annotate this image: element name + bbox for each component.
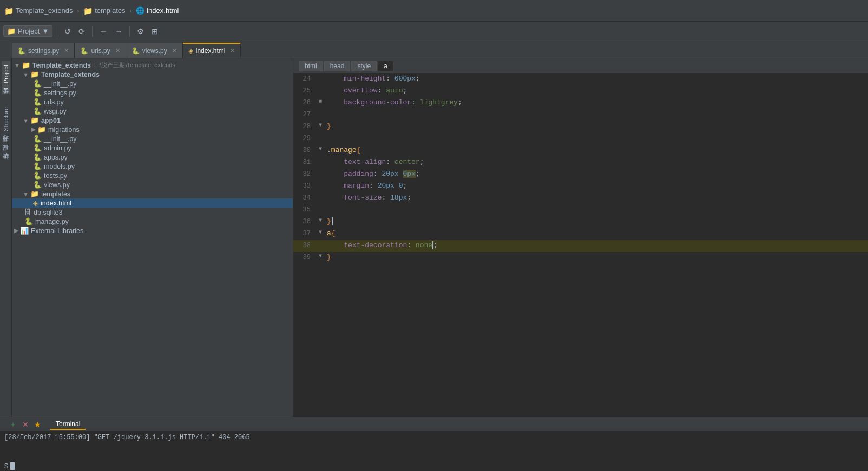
tree-label-templates: templates [41,190,70,198]
fold-39: ▼ [316,252,325,261]
tree-item-settings[interactable]: 🐍 settings.py [12,88,293,97]
arrow-root[interactable] [14,62,20,69]
tab-urls[interactable]: 🐍 urls.py ✕ [75,43,126,58]
layout-button[interactable]: ⊞ [149,25,161,37]
line-num-24: 24 [293,74,316,84]
tree-item-db[interactable]: 🗄 db.sqlite3 [12,208,293,217]
terminal-cursor [10,462,15,470]
tree-item-app01[interactable]: 📁 app01 [12,116,293,125]
tree-item-manage[interactable]: 🐍 manage.py [12,217,293,226]
py-icon-manage: 🐍 [24,217,33,225]
py-icon-apps: 🐍 [33,153,42,161]
settings-button[interactable]: ⚙ [134,25,147,37]
py-icon-init1: 🐍 [33,79,42,88]
code-text-26: background-color: lightgrey; [325,97,868,109]
breadcrumb-bar: 📁 Template_extends › 📁 templates › 🌐 ind… [0,0,868,22]
tab-close-urls[interactable]: ✕ [115,47,120,54]
breadcrumb-templates[interactable]: 📁 templates [83,6,125,15]
tree-item-views-app[interactable]: 🐍 views.py [12,180,293,189]
mini-tab-style[interactable]: style [351,61,377,71]
vtab-project[interactable]: 1: Project [2,61,10,94]
py-icon-models: 🐍 [33,162,42,170]
tree-item-init2[interactable]: 🐍 __init__.py [12,134,293,143]
tree-label-settings: settings.py [44,89,76,97]
project-panel: 📁 Template_extends E:\脱产三期\Template_exte… [12,58,293,417]
line-num-35: 35 [293,204,316,215]
code-text-30: .manage{ [325,145,868,156]
tree-label-db: db.sqlite3 [34,209,63,216]
back-button[interactable]: ← [97,25,110,37]
editor-area: html head style a 24 min-height: 600px; … [293,58,868,417]
editor-tabs: 🐍 settings.py ✕ 🐍 urls.py ✕ 🐍 views.py ✕… [0,41,868,58]
vtab-teacher[interactable]: 老师 [1,142,11,151]
arrow-app01[interactable] [23,117,29,124]
sync-button[interactable]: ⟳ [76,25,88,37]
terminal-tab-main[interactable]: Terminal [50,419,86,430]
tree-item-root[interactable]: 📁 Template_extends E:\脱产三期\Template_exte… [12,61,293,70]
tree-label-app01: app01 [41,117,61,124]
sidebar-vtabs: 1: Project 学生 7: Structure 老师 课程 班级 [0,58,12,417]
fold-37: ▼ [316,228,325,237]
tab-views[interactable]: 🐍 views.py ✕ [126,43,183,58]
tab-close-views[interactable]: ✕ [172,47,177,54]
breadcrumb-index-html[interactable]: 🌐 index.html [136,6,179,15]
mini-tab-a[interactable]: a [378,61,393,71]
tree-label-models: models.py [44,163,75,170]
tree-item-tests[interactable]: 🐍 tests.py [12,171,293,180]
code-line-27: 27 [293,109,868,121]
code-text-31: text-align: center; [325,157,868,168]
tree-item-urls[interactable]: 🐍 urls.py [12,97,293,107]
vtab-class[interactable]: 班级 [1,160,11,168]
py-icon-settings: 🐍 [17,47,25,55]
terminal-toolbar: ＋ ✕ ★ [4,418,46,431]
tab-close-index[interactable]: ✕ [230,47,235,54]
terminal-remove-button[interactable]: ✕ [21,420,30,429]
tree-item-index-html[interactable]: ◈ index.html [12,198,293,208]
code-line-39: 39 ▼ } [293,252,868,264]
tree-item-wsgi[interactable]: 🐍 wsgi.py [12,107,293,116]
refresh-button[interactable]: ↺ [62,25,74,37]
tab-index-html[interactable]: ◈ index.html ✕ [183,43,241,58]
toolbar-divider-2 [92,26,93,37]
forward-button[interactable]: → [112,25,125,37]
tree-item-extlibs[interactable]: 📊 External Libraries [12,226,293,235]
line-num-25: 25 [293,85,316,96]
tree-item-te[interactable]: 📁 Template_extends [12,70,293,79]
folder-icon-migrations: 📁 [37,125,46,134]
tree-label-manage: manage.py [35,218,69,225]
html-icon-index: ◈ [188,47,193,55]
vtab-student[interactable]: 学生 [1,94,11,103]
code-line-31: 31 text-align: center; [293,157,868,169]
tree-item-admin[interactable]: 🐍 admin.py [12,143,293,152]
arrow-migrations[interactable] [31,126,36,133]
code-line-24: 24 min-height: 600px; [293,74,868,85]
tree-item-models[interactable]: 🐍 models.py [12,162,293,171]
project-folder-icon: 📁 [7,27,16,35]
breadcrumb-sep-2: › [130,8,132,14]
mini-tab-html[interactable]: html [299,61,323,71]
dropdown-arrow-icon: ▼ [42,27,49,35]
terminal-add-button[interactable]: ＋ [8,419,18,430]
code-line-30: 30 ▼ .manage{ [293,145,868,157]
folder-icon: 📁 [4,6,14,15]
tree-item-templates[interactable]: 📁 templates [12,189,293,198]
tree-item-init1[interactable]: 🐍 __init__.py [12,79,293,88]
tree-item-migrations[interactable]: 📁 migrations [12,125,293,134]
arrow-te[interactable] [23,71,29,78]
terminal-input-line[interactable]: $ [0,461,868,471]
code-content[interactable]: 24 min-height: 600px; 25 overflow: auto;… [293,74,868,417]
tree-item-apps[interactable]: 🐍 apps.py [12,152,293,162]
tab-settings[interactable]: 🐍 settings.py ✕ [12,43,75,58]
mini-tab-head[interactable]: head [324,61,351,71]
vtab-structure[interactable]: 7: Structure [2,103,10,142]
arrow-templates[interactable] [23,191,29,197]
code-text-33: margin: 20px 0; [325,181,868,192]
folder-open-icon-app01: 📁 [30,116,39,124]
breadcrumb-template-extends[interactable]: 📁 Template_extends [4,6,73,15]
vtab-course[interactable]: 课程 [1,151,11,160]
project-dropdown[interactable]: 📁 Project ▼ [3,25,52,37]
terminal-star-button[interactable]: ★ [32,420,43,429]
project-tree: 📁 Template_extends E:\脱产三期\Template_exte… [12,58,293,417]
tab-close-settings[interactable]: ✕ [64,47,69,54]
arrow-extlibs[interactable] [14,227,18,234]
